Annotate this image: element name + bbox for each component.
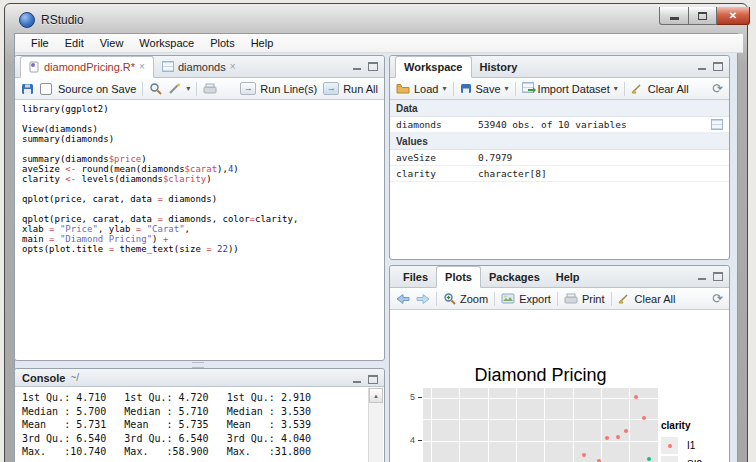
run-lines-button[interactable]: → Run Line(s): [240, 82, 317, 95]
scatter-point-I1: [582, 453, 586, 457]
dropdown-caret-icon: ▾: [442, 84, 446, 93]
gridline: [658, 388, 659, 462]
import-dataset-button[interactable]: Import Dataset ▾: [522, 82, 618, 95]
scatter-point-I1: [624, 429, 628, 433]
search-icon[interactable]: [149, 82, 162, 95]
menu-help[interactable]: Help: [243, 37, 282, 49]
scatter-point-VS2: [647, 457, 651, 461]
console-output[interactable]: 1st Qu.: 4.710 1st Qu.: 4.720 1st Qu.: 2…: [15, 387, 368, 462]
gridline: [629, 388, 630, 462]
run-all-button[interactable]: → Run All: [323, 82, 378, 95]
refresh-icon[interactable]: ⟳: [712, 82, 723, 95]
code-line: library(ggplot2): [22, 104, 384, 114]
code-editor[interactable]: library(ggplot2) View(diamonds)summary(d…: [15, 100, 384, 360]
title-bar[interactable]: RStudio: [19, 12, 84, 28]
menu-workspace[interactable]: Workspace: [131, 37, 202, 49]
gridline: [423, 419, 658, 420]
print-button[interactable]: Print: [564, 293, 605, 305]
gridline: [573, 388, 574, 462]
maximize-button[interactable]: [689, 7, 717, 25]
console-line: 1st Qu.: 4.710 1st Qu.: 4.720 1st Qu.: 2…: [22, 391, 368, 405]
import-dataset-icon: [522, 82, 534, 95]
workspace-row-avesize[interactable]: aveSize 0.7979: [390, 150, 729, 166]
y-tick-mark: [418, 440, 422, 441]
pane-minimize-icon[interactable]: [697, 62, 707, 71]
tab-close-icon[interactable]: ×: [139, 62, 145, 72]
tab-help[interactable]: Help: [548, 267, 588, 287]
broom-icon: [618, 293, 631, 304]
view-data-grid-icon[interactable]: [711, 119, 723, 130]
load-label: Load: [414, 83, 438, 95]
tab-files[interactable]: Files: [395, 267, 436, 287]
save-icon[interactable]: [21, 83, 34, 95]
console-titlebar: Console ~/: [15, 369, 384, 387]
code-line: qplot(price, carat, data = diamonds, col…: [22, 214, 384, 224]
code-tools-button[interactable]: ▾: [168, 83, 190, 95]
back-button[interactable]: [396, 293, 410, 305]
plot-canvas[interactable]: Diamond Pricing 5 4 3 Carat clarity I1 S…: [390, 310, 729, 462]
console-path: ~/: [70, 372, 79, 383]
separator: [557, 292, 558, 306]
refresh-icon[interactable]: ⟳: [712, 292, 723, 305]
minimize-icon: [670, 17, 679, 20]
pane-minimize-icon[interactable]: [352, 62, 362, 71]
print-icon[interactable]: [203, 83, 217, 95]
tab-history[interactable]: History: [472, 57, 526, 77]
tab-packages[interactable]: Packages: [481, 267, 548, 287]
tab-plots[interactable]: Plots: [436, 266, 481, 288]
tab-label: Help: [556, 271, 580, 283]
zoom-button[interactable]: Zoom: [443, 292, 488, 305]
run-lines-label: Run Line(s): [260, 83, 317, 95]
clear-all-label: Clear All: [635, 293, 676, 305]
dropdown-caret-icon: ▾: [505, 84, 509, 93]
close-icon: ✕: [729, 10, 737, 21]
forward-button[interactable]: [416, 293, 430, 305]
scroll-up-icon: ▲: [373, 393, 379, 399]
separator: [453, 82, 454, 96]
menu-plots[interactable]: Plots: [202, 37, 242, 49]
workspace-row-clarity[interactable]: clarity character[8]: [390, 166, 729, 182]
pane-maximize-icon[interactable]: [368, 62, 378, 71]
plots-toolbar: Zoom Export Print Clear All ⟳: [390, 288, 729, 310]
menu-file[interactable]: File: [23, 37, 57, 49]
plot-panel: [423, 388, 658, 462]
clear-all-button[interactable]: Clear All: [618, 293, 676, 305]
back-arrow-icon: [396, 293, 410, 305]
plot-legend: clarity I1 SI2 SI1 VS2: [661, 420, 706, 462]
zoom-label: Zoom: [460, 293, 488, 305]
minimize-button[interactable]: [659, 7, 689, 25]
pane-minimize-icon[interactable]: [352, 375, 362, 384]
save-button[interactable]: Save ▾: [460, 83, 509, 95]
separator: [611, 292, 612, 306]
data-grid-icon: [162, 61, 174, 72]
tab-diamonds[interactable]: diamonds ×: [154, 57, 244, 77]
code-line: clarity <- levels(diamonds$clarity): [22, 174, 384, 184]
tab-close-icon[interactable]: ×: [230, 62, 236, 72]
tab-workspace[interactable]: Workspace: [395, 56, 472, 78]
export-button[interactable]: Export: [501, 293, 551, 305]
tab-diamondpricing[interactable]: diamondPricing.R* ×: [20, 56, 154, 78]
console-scrollbar[interactable]: ▲: [368, 388, 383, 462]
tab-label: diamondPricing.R*: [44, 61, 135, 73]
clear-all-button[interactable]: Clear All: [631, 83, 689, 95]
pane-maximize-icon[interactable]: [368, 375, 378, 384]
pane-maximize-icon[interactable]: [713, 272, 723, 281]
source-on-save-checkbox[interactable]: [40, 83, 52, 95]
y-tick-label: 5: [397, 392, 415, 402]
menu-edit[interactable]: Edit: [57, 37, 92, 49]
code-line: [22, 204, 384, 214]
workspace-row-diamonds[interactable]: diamonds 53940 obs. of 10 variables: [390, 117, 729, 133]
console-line: Max. :10.740 Max. :58.900 Max. :31.800: [22, 445, 368, 459]
close-button[interactable]: ✕: [717, 7, 750, 25]
pane-maximize-icon[interactable]: [713, 62, 723, 71]
workspace-toolbar: Load ▾ Save ▾ Import Dataset ▾: [390, 78, 729, 100]
code-line: xlab = "Price", ylab = "Carat",: [22, 224, 384, 234]
load-button[interactable]: Load ▾: [396, 83, 447, 95]
window-title: RStudio: [41, 13, 84, 27]
menu-view[interactable]: View: [92, 37, 132, 49]
object-name: aveSize: [390, 152, 478, 163]
pane-minimize-icon[interactable]: [697, 272, 707, 281]
scroll-up-button[interactable]: ▲: [369, 388, 383, 403]
source-tabbar: diamondPricing.R* × diamonds ×: [15, 56, 384, 78]
legend-key: [661, 456, 678, 462]
